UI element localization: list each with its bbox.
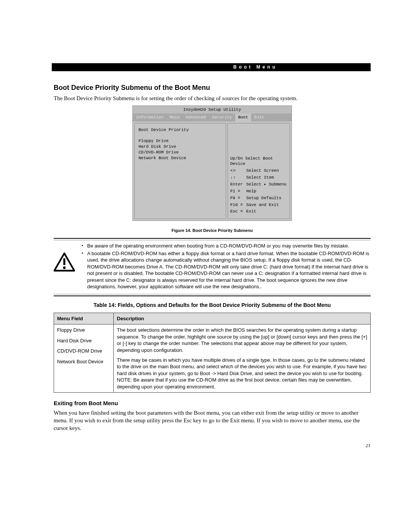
- desc-para-1: The boot selections determine the order …: [117, 327, 367, 353]
- bios-main-panel: Boot Device Priority Floppy Drive Hard D…: [134, 123, 226, 219]
- bios-item-network[interactable]: Network Boot Device: [139, 155, 222, 161]
- bios-help-val-4: Setup Defaults: [246, 195, 287, 202]
- bios-help-val-3: Help: [246, 189, 287, 195]
- bios-help-val-1: Select Item: [246, 175, 287, 182]
- bios-item-hdd[interactable]: Hard Disk Drive: [139, 144, 222, 150]
- fields-table: Menu Field Description Floppy Drive Hard…: [54, 313, 371, 393]
- bios-help-key-5: F10 =: [230, 202, 246, 209]
- th-menu-field: Menu Field: [54, 313, 114, 324]
- bios-help-val-2: Select ▸ Submenu: [246, 182, 287, 189]
- menu-field-2: CD/DVD-ROM Drive: [57, 348, 110, 355]
- exit-body: When you have finished setting the boot …: [54, 409, 371, 432]
- bios-help-val-5: Save and Exit: [246, 202, 287, 209]
- desc-para-3: NOTE: Be aware that if you use the CD-RO…: [117, 377, 367, 390]
- bios-tab-boot[interactable]: Boot: [235, 113, 251, 121]
- svg-point-2: [63, 266, 66, 269]
- th-description: Description: [114, 313, 371, 324]
- bios-help-key-6: Esc =: [230, 209, 246, 216]
- bios-item-cddvd[interactable]: CD/DVD-ROM Drive: [139, 150, 222, 155]
- bios-help-val-6: Exit: [246, 209, 287, 216]
- rule-top: [54, 238, 371, 239]
- bios-help-val-0: Select Screen: [246, 168, 287, 175]
- bios-tab-security[interactable]: Security: [209, 113, 235, 121]
- warning-icon: [54, 243, 75, 291]
- desc-para-2: There may be cases in which you have mul…: [117, 357, 367, 377]
- menu-field-3: Network Boot Device: [57, 358, 110, 365]
- bios-tabs: Information Main Advanced Security Boot …: [133, 113, 292, 121]
- bios-help-panel: Up/Dn Select Boot Device <>Select Screen…: [228, 123, 290, 219]
- bios-help-key-3: F1 =: [230, 189, 246, 195]
- header-band: Boot Menu: [52, 63, 371, 71]
- note-block: Be aware of the operating environment wh…: [54, 240, 371, 294]
- note-item-1: Be aware of the operating environment wh…: [82, 243, 371, 249]
- svg-rect-1: [63, 258, 65, 265]
- bios-tab-advanced[interactable]: Advanced: [183, 113, 209, 121]
- bios-help-key-1: ↓↑: [230, 175, 246, 182]
- rule-bottom: [54, 296, 371, 296]
- menu-field-1: Hard Disk Drive: [57, 337, 110, 344]
- bios-window: InsydeH20 Setup Utility Information Main…: [132, 105, 292, 221]
- bios-item-floppy[interactable]: Floppy Drive: [139, 138, 222, 144]
- table-title: Table 14: Fields, Options and Defaults f…: [54, 302, 371, 309]
- page-number: 21: [366, 442, 371, 449]
- bios-figure: InsydeH20 Setup Utility Information Main…: [132, 105, 292, 221]
- bios-help-key-0: <>: [230, 168, 246, 175]
- header-tab-label: Boot Menu: [233, 64, 277, 70]
- bios-tab-exit[interactable]: Exit: [251, 113, 267, 121]
- figure-caption: Figure 14. Boot Device Priority Submenu: [54, 228, 371, 233]
- section-heading: Boot Device Priority Submenu of the Boot…: [54, 83, 371, 92]
- menu-field-0: Floppy Drive: [57, 327, 110, 334]
- bios-tab-main[interactable]: Main: [167, 113, 183, 121]
- bios-help-first: Up/Dn Select Boot Device: [230, 156, 287, 167]
- bios-submenu-title: Boot Device Priority: [139, 127, 222, 133]
- exit-heading: Exiting from Boot Menu: [54, 399, 371, 407]
- intro-paragraph: The Boot Device Priority Submenu is for …: [54, 94, 371, 102]
- bios-title: InsydeH20 Setup Utility: [133, 106, 292, 114]
- note-item-2: A bootable CD-ROM/DVD-ROM has either a f…: [82, 250, 371, 290]
- bios-help-key-2: Enter: [230, 182, 246, 189]
- bios-tab-information[interactable]: Information: [133, 113, 167, 121]
- bios-help-key-4: F9 =: [230, 195, 246, 202]
- rule-bottom-thin: [54, 294, 371, 294]
- page-content: Boot Device Priority Submenu of the Boot…: [54, 83, 371, 435]
